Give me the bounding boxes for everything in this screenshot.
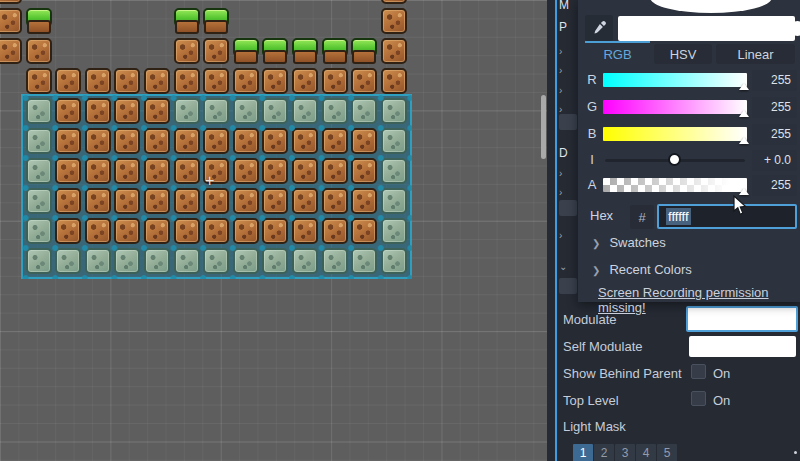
tile-dirt[interactable] [203,188,229,214]
tile-ghost[interactable] [26,158,52,184]
tile-ghost[interactable] [203,248,229,274]
tile-ghost[interactable] [381,248,407,274]
intensity-slider-knob[interactable] [668,153,681,166]
tile-dirt[interactable] [55,158,81,184]
tile-ghost[interactable] [292,248,318,274]
swatches-section[interactable]: ❯Swatches [592,235,792,253]
g-value-field[interactable]: 255 [752,97,797,118]
tile-dirt[interactable] [26,68,52,94]
slider-handle[interactable] [739,110,749,117]
tile-dirt[interactable] [174,188,200,214]
r-value-field[interactable]: 255 [752,70,797,91]
tile-dirt[interactable] [262,158,288,184]
tile-dirt[interactable] [351,158,377,184]
show-behind-parent-checkbox[interactable] [691,364,706,379]
tile-dirt[interactable] [55,98,81,124]
b-value-field[interactable]: 255 [752,124,797,145]
tile-dirt[interactable] [233,158,259,184]
tile-dirt[interactable] [144,158,170,184]
tile-dirt[interactable] [381,0,407,4]
tile-ghost[interactable] [381,98,407,124]
tile-ghost[interactable] [26,128,52,154]
tile-dirt[interactable] [85,98,111,124]
tile-ghost[interactable] [233,98,259,124]
tile-dirt[interactable] [144,218,170,244]
a-value-field[interactable]: 255 [752,175,797,196]
tile-dirt[interactable] [114,188,140,214]
slider-handle[interactable] [739,83,749,90]
light-mask-bit-4[interactable]: 4 [636,444,656,461]
tile-ghost[interactable] [381,188,407,214]
tile-ghost[interactable] [26,98,52,124]
tile-dirt[interactable] [85,158,111,184]
tile-dirt[interactable] [55,128,81,154]
tile-dirt[interactable] [174,68,200,94]
tile-ghost[interactable] [55,248,81,274]
tile-grass[interactable] [233,38,259,64]
tile-ghost[interactable] [26,188,52,214]
tile-dirt[interactable] [381,38,407,64]
tile-ghost[interactable] [174,98,200,124]
light-mask-bit-3[interactable]: 3 [615,444,635,461]
tile-dirt[interactable] [0,38,22,64]
tile-dirt[interactable] [233,68,259,94]
tile-dirt[interactable] [114,158,140,184]
tile-dirt[interactable] [114,218,140,244]
canvas-vscrollbar[interactable] [541,95,546,159]
tile-ghost[interactable] [233,248,259,274]
tile-dirt[interactable] [292,188,318,214]
tile-dirt[interactable] [381,68,407,94]
tile-dirt[interactable] [85,188,111,214]
tile-ghost[interactable] [381,128,407,154]
g-slider-bar[interactable] [603,100,747,114]
tile-dirt[interactable] [233,188,259,214]
tile-ghost[interactable] [85,248,111,274]
tile-dirt[interactable] [174,38,200,64]
tile-dirt[interactable] [85,128,111,154]
tile-dirt[interactable] [144,98,170,124]
tile-ghost[interactable] [262,98,288,124]
tile-dirt[interactable] [55,188,81,214]
tile-dirt[interactable] [351,128,377,154]
tab-hsv[interactable]: HSV [654,44,712,64]
tab-rgb[interactable]: RGB [585,44,650,64]
tile-dirt[interactable] [292,158,318,184]
tile-ghost[interactable] [26,218,52,244]
eyedropper-button[interactable] [585,15,613,41]
tile-dirt[interactable] [144,188,170,214]
tile-ghost[interactable] [26,248,52,274]
tile-dirt[interactable] [174,158,200,184]
tile-dirt[interactable] [292,68,318,94]
hex-prefix-button[interactable]: # [630,205,654,229]
tile-dirt[interactable] [114,98,140,124]
tile-dirt[interactable] [0,8,22,34]
tile-ghost[interactable] [351,98,377,124]
tile-dirt[interactable] [55,218,81,244]
b-slider-bar[interactable] [603,127,747,141]
tile-ghost[interactable] [322,248,348,274]
tile-dirt[interactable] [85,68,111,94]
color-wheel-partial[interactable] [650,0,772,13]
tile-dirt[interactable] [233,218,259,244]
tile-dirt[interactable] [233,128,259,154]
tile-dirt[interactable] [203,218,229,244]
tile-dirt[interactable] [322,188,348,214]
tile-grass[interactable] [292,38,318,64]
color-preview-knob[interactable] [790,21,800,36]
tile-dirt[interactable] [322,68,348,94]
light-mask-bit-2[interactable]: 2 [594,444,614,461]
tile-dirt[interactable] [55,68,81,94]
tile-dirt[interactable] [262,68,288,94]
tile-dirt[interactable] [322,158,348,184]
slider-handle[interactable] [739,188,749,195]
tile-ghost[interactable] [351,248,377,274]
a-slider-bar[interactable] [603,178,747,192]
tile-grass[interactable] [322,38,348,64]
tile-grass[interactable] [26,8,52,34]
light-mask-bit-1[interactable]: 1 [573,444,593,461]
tile-dirt[interactable] [203,38,229,64]
tile-ghost[interactable] [381,158,407,184]
r-slider-bar[interactable] [603,73,747,87]
tile-grass[interactable] [262,38,288,64]
tab-linear[interactable]: Linear [716,44,795,64]
